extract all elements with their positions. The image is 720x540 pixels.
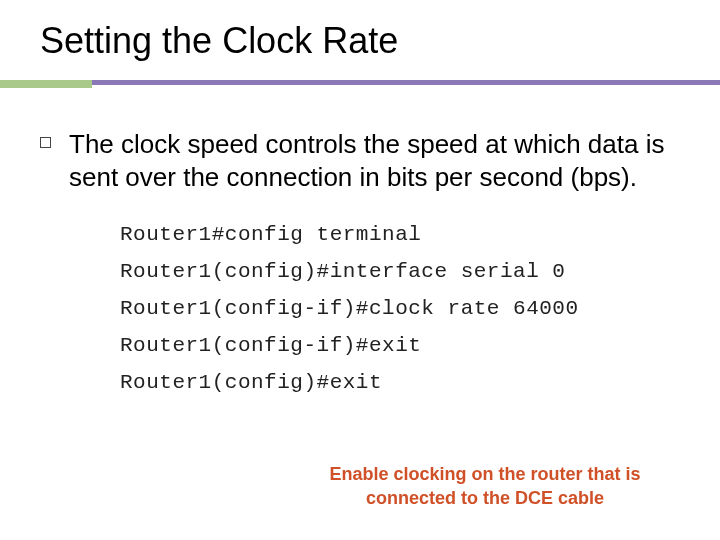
underline-accent-purple <box>92 80 720 85</box>
slide-title: Setting the Clock Rate <box>0 0 720 62</box>
bullet-square-icon <box>40 137 51 148</box>
caption-text: Enable clocking on the router that is co… <box>310 463 660 510</box>
code-line: Router1#config terminal <box>120 223 680 246</box>
bullet-item: The clock speed controls the speed at wh… <box>40 128 680 193</box>
code-block: Router1#config terminal Router1(config)#… <box>120 223 680 394</box>
code-line: Router1(config-if)#clock rate 64000 <box>120 297 680 320</box>
title-underline <box>0 80 720 88</box>
content-area: The clock speed controls the speed at wh… <box>0 88 720 394</box>
body-text: The clock speed controls the speed at wh… <box>69 128 680 193</box>
underline-accent-green <box>0 80 92 88</box>
code-line: Router1(config-if)#exit <box>120 334 680 357</box>
code-line: Router1(config)#exit <box>120 371 680 394</box>
code-line: Router1(config)#interface serial 0 <box>120 260 680 283</box>
